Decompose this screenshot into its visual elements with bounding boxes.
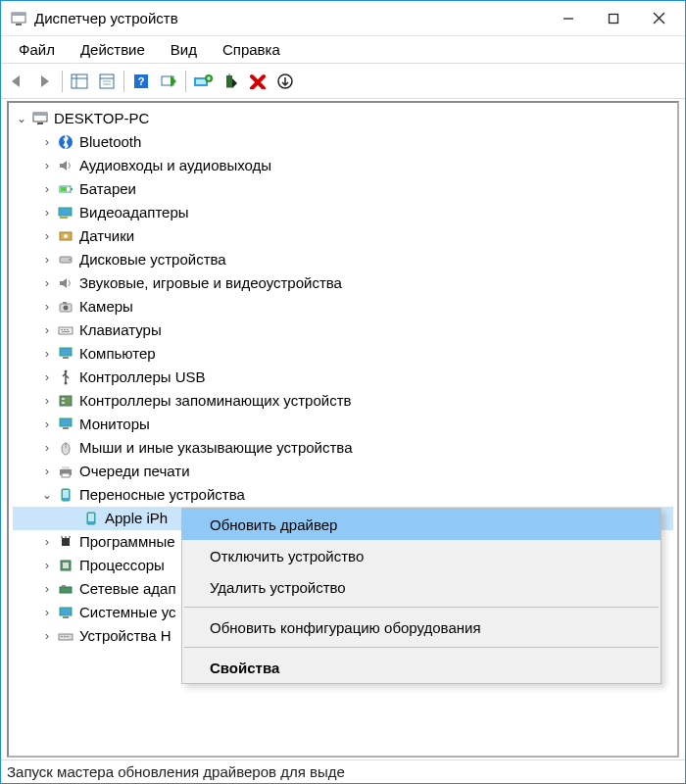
svg-rect-61 — [62, 538, 70, 546]
chevron-right-icon[interactable]: › — [38, 601, 56, 624]
tree-item[interactable]: ›Мониторы — [13, 413, 673, 436]
tree-root[interactable]: ⌄ DESKTOP-PC — [13, 107, 673, 130]
tree-item[interactable]: ›Мыши и иные указывающие устройства — [13, 436, 673, 460]
tree-item-label: Мыши и иные указывающие устройства — [75, 436, 352, 460]
chevron-right-icon[interactable]: › — [38, 318, 56, 342]
svg-rect-24 — [37, 122, 43, 124]
chevron-down-icon[interactable]: ⌄ — [38, 483, 56, 507]
ctx-properties[interactable]: Свойства — [182, 652, 661, 683]
update-driver-button[interactable] — [190, 69, 216, 94]
chevron-right-icon[interactable]: › — [38, 248, 56, 271]
chevron-right-icon[interactable]: › — [38, 177, 56, 201]
menu-view[interactable]: Вид — [159, 39, 209, 60]
keyboard-icon — [56, 322, 75, 338]
storage-controller-icon — [56, 393, 75, 409]
disable-device-button[interactable] — [218, 69, 243, 94]
svg-rect-48 — [62, 398, 65, 400]
chevron-down-icon[interactable]: ⌄ — [13, 107, 30, 130]
chevron-right-icon[interactable]: › — [38, 413, 56, 436]
close-button[interactable] — [636, 1, 681, 36]
tree-item[interactable]: ›Видеоадаптеры — [13, 201, 673, 224]
svg-point-46 — [65, 382, 68, 385]
chevron-right-icon[interactable]: › — [38, 366, 56, 389]
tree-item[interactable]: ›Аудиовходы и аудиовыходы — [13, 154, 673, 177]
tree-item[interactable]: ›Очереди печати — [13, 460, 673, 483]
chevron-right-icon[interactable]: › — [38, 130, 56, 154]
menu-file[interactable]: Файл — [7, 39, 67, 60]
svg-rect-29 — [59, 208, 72, 216]
chevron-right-icon[interactable]: › — [38, 389, 56, 413]
svg-rect-50 — [60, 418, 72, 426]
chevron-right-icon[interactable]: › — [38, 295, 56, 318]
tree-item[interactable]: ›Bluetooth — [13, 130, 673, 154]
show-hide-tree-button[interactable] — [67, 69, 92, 94]
app-icon — [9, 11, 28, 26]
tree-item-label: Звуковые, игровые и видеоустройства — [75, 271, 342, 295]
tree-item[interactable]: ›Батареи — [13, 177, 673, 201]
tree-item[interactable]: ›Датчики — [13, 224, 673, 248]
maximize-button[interactable] — [591, 1, 636, 36]
monitor-icon — [56, 346, 75, 362]
chevron-right-icon[interactable]: › — [38, 554, 56, 577]
chevron-right-icon[interactable]: › — [38, 530, 56, 554]
status-text: Запуск мастера обновления драйверов для … — [7, 763, 345, 780]
svg-rect-18 — [196, 79, 206, 84]
tree-item[interactable]: ›Контроллеры запоминающих устройств — [13, 389, 673, 413]
forward-button[interactable] — [32, 69, 58, 94]
svg-rect-47 — [60, 396, 72, 406]
printer-icon — [56, 464, 75, 479]
svg-rect-28 — [61, 187, 67, 191]
minimize-button[interactable] — [546, 1, 591, 36]
svg-rect-41 — [67, 329, 69, 330]
chevron-right-icon[interactable]: › — [38, 201, 56, 224]
svg-rect-40 — [64, 329, 66, 330]
chevron-right-icon[interactable]: › — [38, 342, 56, 366]
chevron-right-icon[interactable]: › — [38, 460, 56, 483]
svg-point-32 — [64, 234, 68, 238]
chevron-right-icon[interactable]: › — [38, 436, 56, 460]
ctx-uninstall-device[interactable]: Удалить устройство — [182, 571, 661, 603]
svg-rect-49 — [62, 402, 65, 404]
enable-device-button[interactable] — [272, 69, 298, 94]
speaker-icon — [56, 275, 75, 291]
svg-rect-67 — [60, 587, 72, 593]
camera-icon — [56, 299, 75, 315]
svg-rect-51 — [63, 427, 69, 429]
chevron-right-icon[interactable]: › — [38, 224, 56, 248]
tree-item-label: Аудиовходы и аудиовыходы — [75, 154, 271, 177]
chevron-right-icon[interactable]: › — [38, 577, 56, 601]
menu-action[interactable]: Действие — [69, 39, 157, 60]
svg-rect-73 — [64, 636, 66, 637]
properties-button[interactable] — [94, 69, 120, 94]
svg-rect-27 — [71, 188, 73, 190]
menu-help[interactable]: Справка — [211, 39, 292, 60]
tree-item-portable-devices[interactable]: ⌄Переносные устройства — [13, 483, 673, 507]
tree-item[interactable]: ›Камеры — [13, 295, 673, 318]
svg-rect-2 — [16, 24, 22, 25]
back-button[interactable] — [5, 69, 30, 94]
svg-rect-1 — [12, 13, 25, 16]
scan-hardware-button[interactable] — [156, 69, 181, 94]
help-button[interactable]: ? — [128, 69, 154, 94]
tree-item[interactable]: ›Дисковые устройства — [13, 248, 673, 271]
chevron-right-icon[interactable]: › — [38, 624, 56, 648]
chevron-right-icon[interactable]: › — [38, 154, 56, 177]
window-buttons — [546, 1, 681, 36]
ctx-scan-hardware[interactable]: Обновить конфигурацию оборудования — [182, 612, 661, 643]
tree-item[interactable]: ›Компьютер — [13, 342, 673, 366]
tree-item[interactable]: ›Контроллеры USB — [13, 366, 673, 389]
uninstall-device-button[interactable] — [245, 69, 270, 94]
tree-item-label: Камеры — [75, 295, 133, 318]
tree-item[interactable]: ›Звуковые, игровые и видеоустройства — [13, 271, 673, 295]
tree-item-label: Процессоры — [75, 554, 165, 577]
ctx-update-driver[interactable]: Обновить драйвер — [182, 509, 661, 540]
tree-item[interactable]: ›Клавиатуры — [13, 318, 673, 342]
hid-icon — [56, 628, 75, 644]
menubar: Файл Действие Вид Справка — [1, 36, 685, 64]
svg-rect-74 — [67, 636, 69, 637]
ctx-disable-device[interactable]: Отключить устройство — [182, 540, 661, 571]
computer-icon — [30, 111, 50, 126]
device-tree-pane: ⌄ DESKTOP-PC ›Bluetooth ›Аудиовходы и ау… — [7, 101, 679, 758]
svg-rect-58 — [63, 490, 69, 498]
chevron-right-icon[interactable]: › — [38, 271, 56, 295]
